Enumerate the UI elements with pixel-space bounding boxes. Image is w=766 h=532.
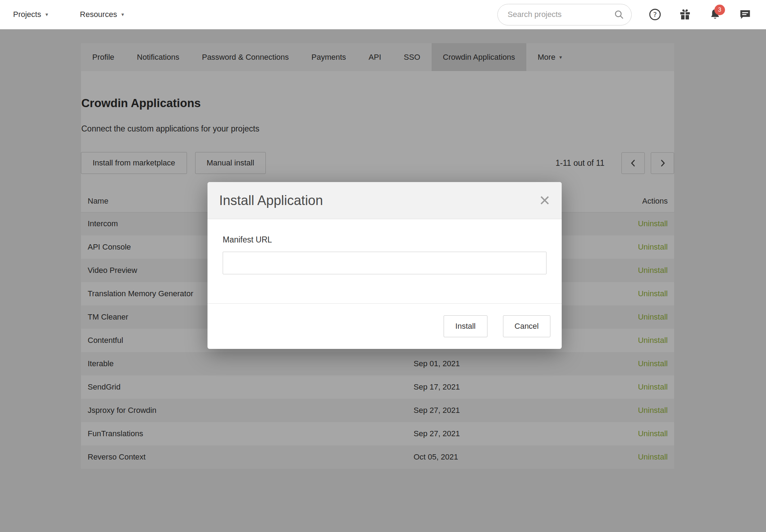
bell-icon[interactable]: 3 [708,8,722,21]
search-input[interactable] [508,10,614,19]
chevron-down-icon: ▾ [121,11,124,18]
modal-body: Manifest URL [207,219,562,303]
projects-menu[interactable]: Projects ▾ [13,10,48,19]
install-button[interactable]: Install [444,315,487,337]
svg-text:?: ? [653,11,657,19]
resources-menu[interactable]: Resources ▾ [80,10,124,19]
top-navbar: Projects ▾ Resources ▾ ? [0,0,766,29]
nav-right: ? 3 [497,4,752,25]
modal-title: Install Application [219,193,323,208]
projects-menu-label: Projects [13,10,41,19]
manifest-url-input[interactable] [223,252,546,274]
modal-footer: Install Cancel [207,303,562,349]
search-box [497,4,632,25]
chat-icon[interactable] [738,8,752,21]
chevron-down-icon: ▾ [45,11,48,18]
cancel-button[interactable]: Cancel [503,315,550,337]
resources-menu-label: Resources [80,10,117,19]
install-application-modal: Install Application × Manifest URL Insta… [207,182,562,349]
modal-header: Install Application × [207,182,562,219]
close-icon[interactable]: × [539,193,550,208]
notification-badge: 3 [714,5,725,15]
gift-icon[interactable] [678,8,692,21]
nav-left: Projects ▾ Resources ▾ [13,10,124,19]
help-icon[interactable]: ? [648,8,662,21]
manifest-url-label: Manifest URL [223,235,546,245]
search-icon[interactable] [614,9,624,20]
